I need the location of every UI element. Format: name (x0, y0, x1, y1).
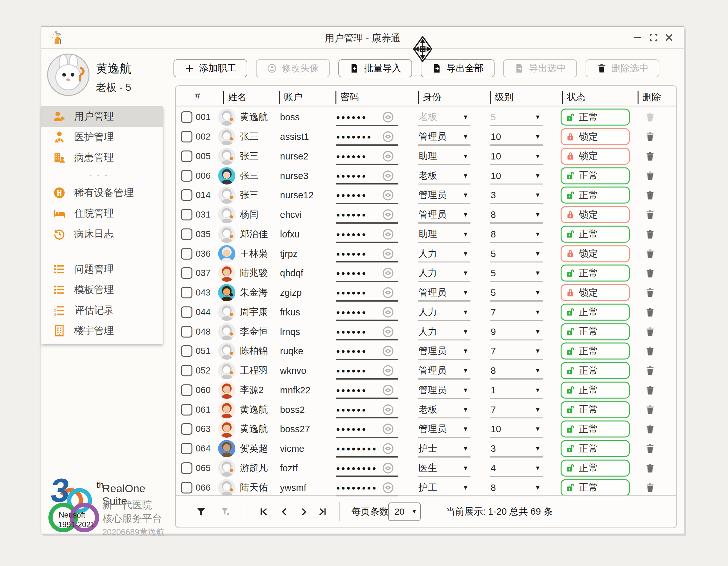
level-dropdown[interactable]: 10▼ (490, 147, 543, 166)
status-badge[interactable]: 锁定 (561, 245, 630, 262)
delete-row-button[interactable] (645, 443, 656, 454)
row-avatar-rabbit[interactable] (218, 128, 235, 145)
row-checkbox[interactable] (181, 365, 192, 376)
level-dropdown[interactable]: 5▼ (490, 244, 543, 263)
status-badge[interactable]: 正常 (561, 323, 630, 340)
status-badge[interactable]: 正常 (561, 304, 630, 321)
identity-dropdown[interactable]: 护工▼ (418, 478, 470, 497)
level-dropdown[interactable]: 4▼ (490, 459, 543, 478)
row-checkbox[interactable] (181, 131, 192, 142)
identity-dropdown[interactable]: 人力▼ (418, 263, 470, 283)
level-dropdown[interactable]: 5▼ (490, 263, 543, 283)
row-avatar-redhead-woman[interactable] (218, 420, 235, 438)
row-avatar-rabbit[interactable] (218, 460, 235, 477)
row-checkbox[interactable] (181, 150, 192, 162)
row-avatar-rabbit[interactable] (218, 362, 235, 379)
status-badge[interactable]: 正常 (561, 382, 630, 399)
level-dropdown[interactable]: 10▼ (490, 127, 543, 147)
row-checkbox[interactable] (181, 482, 192, 494)
delete-row-button[interactable] (645, 404, 656, 416)
password-field[interactable]: ●●●●●● (336, 244, 399, 263)
password-visibility-icon[interactable] (382, 365, 394, 376)
identity-dropdown[interactable]: 人力▼ (418, 244, 470, 263)
row-avatar-rabbit[interactable] (218, 304, 235, 321)
password-visibility-icon[interactable] (382, 443, 394, 454)
level-dropdown[interactable]: 5▼ (490, 283, 543, 303)
identity-dropdown[interactable]: 人力▼ (418, 322, 470, 342)
status-badge[interactable]: 正常 (561, 479, 630, 496)
password-visibility-icon[interactable] (382, 228, 394, 240)
delete-row-button[interactable] (645, 111, 656, 123)
delete-row-button[interactable] (645, 384, 656, 396)
row-avatar-redhead-woman[interactable] (218, 401, 235, 418)
password-visibility-icon[interactable] (382, 462, 394, 474)
next-page-button[interactable] (298, 506, 309, 517)
level-dropdown[interactable]: 9▼ (490, 322, 543, 342)
password-visibility-icon[interactable] (382, 307, 394, 318)
row-avatar-rabbit[interactable] (218, 479, 235, 496)
row-checkbox[interactable] (181, 326, 192, 338)
password-field[interactable]: ●●●●●● (336, 166, 399, 185)
row-avatar-rabbit[interactable] (218, 186, 235, 204)
password-visibility-icon[interactable] (382, 384, 394, 396)
row-avatar-rabbit[interactable] (218, 342, 235, 360)
password-visibility-icon[interactable] (382, 423, 394, 435)
close-button[interactable] (664, 32, 674, 43)
status-badge[interactable]: 正常 (561, 401, 630, 418)
status-badge[interactable]: 正常 (561, 187, 630, 204)
identity-dropdown[interactable]: 护士▼ (418, 439, 470, 459)
row-avatar-rabbit[interactable] (218, 323, 235, 341)
password-field[interactable]: ●●●●●● (336, 283, 399, 303)
prev-page-button[interactable] (279, 506, 290, 517)
password-visibility-icon[interactable] (382, 482, 394, 494)
row-checkbox[interactable] (181, 248, 192, 259)
identity-dropdown[interactable]: 助理▼ (418, 147, 470, 166)
delete-row-button[interactable] (645, 326, 656, 338)
level-dropdown[interactable]: 1▼ (490, 381, 543, 400)
password-field[interactable]: ●●●●●●●● (336, 459, 399, 478)
identity-dropdown[interactable]: 管理员▼ (418, 127, 470, 147)
identity-dropdown[interactable]: 管理员▼ (418, 361, 470, 381)
row-checkbox[interactable] (181, 384, 192, 396)
status-badge[interactable]: 正常 (561, 460, 630, 477)
delete-row-button[interactable] (645, 365, 656, 376)
row-checkbox[interactable] (181, 209, 192, 220)
delete-row-button[interactable] (645, 248, 656, 259)
password-field[interactable]: ●●●●●●●● (336, 478, 399, 497)
password-field[interactable]: ●●●●●● (336, 224, 399, 244)
row-checkbox[interactable] (181, 404, 192, 416)
row-avatar-beard-sunglasses-man[interactable] (218, 284, 235, 301)
password-visibility-icon[interactable] (382, 404, 394, 416)
password-visibility-icon[interactable] (382, 189, 394, 201)
identity-dropdown[interactable]: 管理员▼ (418, 283, 470, 303)
password-visibility-icon[interactable] (382, 209, 394, 220)
toolbar-button-1[interactable]: 修改头像 (256, 59, 330, 77)
password-field[interactable]: ●●●●●● (336, 303, 399, 322)
row-avatar-rabbit[interactable] (218, 206, 235, 223)
level-dropdown[interactable]: 10▼ (490, 419, 543, 439)
password-field[interactable]: ●●●●●● (336, 381, 399, 400)
status-badge[interactable]: 正常 (561, 265, 630, 282)
row-avatar-hat-man[interactable] (218, 440, 235, 457)
row-checkbox[interactable] (181, 307, 192, 318)
password-visibility-icon[interactable] (382, 326, 394, 338)
status-badge[interactable]: 锁定 (561, 148, 630, 165)
sidebar-item-2[interactable]: 病患管理 (41, 147, 163, 168)
password-field[interactable]: ●●●●●● (336, 361, 399, 381)
delete-row-button[interactable] (645, 345, 656, 357)
delete-row-button[interactable] (645, 228, 656, 240)
password-visibility-icon[interactable] (382, 345, 394, 357)
password-visibility-icon[interactable] (382, 111, 394, 123)
sidebar-item-0[interactable]: 用户管理 (41, 106, 163, 127)
identity-dropdown[interactable]: 管理员▼ (418, 342, 470, 361)
status-badge[interactable]: 正常 (561, 167, 630, 184)
level-dropdown[interactable]: 5▼ (490, 107, 543, 127)
titlebar[interactable]: 用户管理 - 康养通 (41, 27, 684, 48)
identity-dropdown[interactable]: 医生▼ (418, 459, 470, 478)
password-visibility-icon[interactable] (382, 287, 394, 299)
row-avatar-redhead-woman[interactable] (218, 382, 235, 399)
password-visibility-icon[interactable] (382, 248, 394, 259)
delete-row-button[interactable] (645, 150, 656, 162)
toolbar-button-5[interactable]: 删除选中 (586, 59, 659, 77)
identity-dropdown[interactable]: 老板▼ (418, 166, 470, 185)
